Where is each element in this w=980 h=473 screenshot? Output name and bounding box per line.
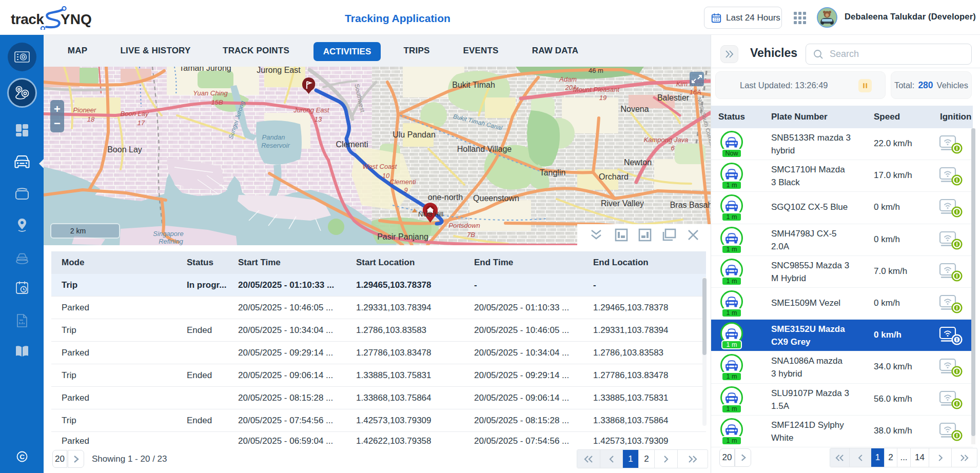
svg-text:10: 10 [382, 172, 390, 180]
svg-text:15B: 15B [211, 98, 223, 106]
svg-text:9: 9 [404, 186, 407, 194]
svg-text:2 km: 2 km [70, 227, 86, 235]
svg-text:17: 17 [138, 119, 145, 127]
svg-text:Jurong East: Jurong East [257, 67, 301, 74]
svg-text:Yuan Ching: Yuan Ching [193, 89, 228, 97]
svg-text:Bukit Timah: Bukit Timah [452, 81, 495, 89]
svg-text:Queenstown: Queenstown [473, 194, 519, 203]
svg-text:Pandan: Pandan [262, 133, 285, 141]
svg-text:+: + [54, 103, 61, 115]
svg-text:16A: 16A [689, 88, 701, 96]
svg-text:Holland Village: Holland Village [457, 145, 512, 153]
svg-text:13: 13 [315, 115, 322, 123]
svg-text:one-north: one-north [428, 193, 463, 202]
svg-text:Bras Basah: Bras Basah [670, 201, 711, 209]
svg-text:Portsdown: Portsdown [448, 222, 480, 229]
svg-text:Pioneer: Pioneer [73, 106, 96, 114]
svg-text:46 m: 46 m [589, 67, 603, 74]
svg-text:C: C [19, 453, 25, 461]
svg-text:Adam: Adam [559, 75, 577, 83]
svg-text:Reservoir: Reservoir [261, 142, 290, 149]
svg-text:Jurong East: Jurong East [293, 106, 330, 114]
svg-text:River Valley: River Valley [601, 199, 644, 208]
svg-text:Mount Pleasant: Mount Pleasant [573, 86, 620, 93]
svg-text:Boon Lay: Boon Lay [107, 145, 142, 154]
svg-text:6: 6 [671, 144, 675, 152]
svg-text:Newton: Newton [624, 158, 652, 167]
svg-text:NUS Hill: NUS Hill [418, 210, 443, 218]
svg-text:Orchard: Orchard [599, 172, 629, 181]
svg-text:Taman Jurong: Taman Jurong [179, 67, 231, 72]
svg-text:7B: 7B [467, 231, 475, 239]
svg-text:Refining: Refining [159, 238, 183, 245]
svg-text:Novena: Novena [620, 105, 649, 113]
svg-text:Ulu Pandan: Ulu Pandan [393, 130, 436, 139]
svg-text:Tanglin: Tanglin [540, 168, 566, 177]
svg-text:Boon Lay: Boon Lay [121, 110, 149, 117]
svg-text:West Coast: West Coast [363, 163, 398, 170]
svg-text:−: − [54, 117, 61, 130]
svg-text:18: 18 [87, 115, 95, 123]
svg-text:Clementi: Clementi [336, 140, 368, 149]
svg-text:Pasir Panjang: Pasir Panjang [377, 232, 428, 241]
svg-text:Kampong Java: Kampong Java [644, 136, 689, 144]
svg-text:Balestier: Balestier [657, 93, 690, 102]
svg-text:Clementi: Clementi [389, 178, 416, 186]
svg-text:19: 19 [599, 94, 606, 102]
svg-text:Singapore: Singapore [153, 230, 183, 238]
